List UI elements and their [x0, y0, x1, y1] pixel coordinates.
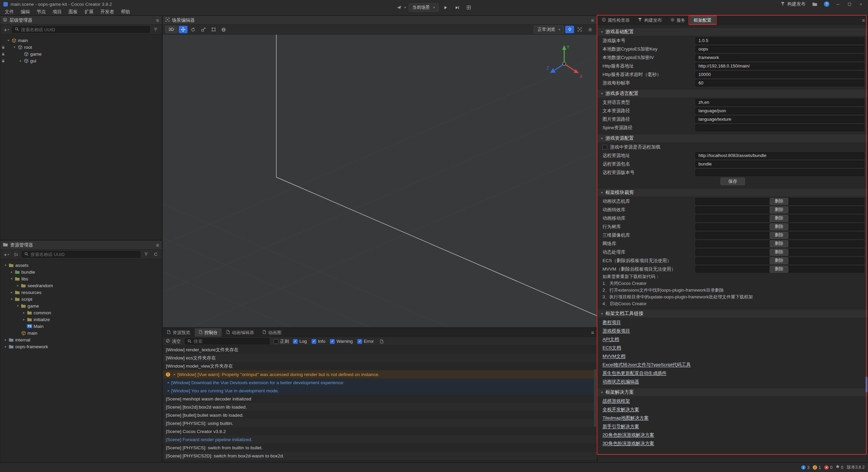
- doc-link[interactable]: 战棋游戏框架: [603, 398, 630, 404]
- log-row[interactable]: [Scene] [PHYSICS2D]: switch from box2d-w…: [163, 452, 597, 460]
- doc-link[interactable]: 3D角色扮演游戏解决方案: [603, 440, 654, 447]
- checkbox[interactable]: ✓: [312, 339, 316, 344]
- expand-arrow[interactable]: ▸: [21, 318, 26, 321]
- tree-row[interactable]: ▸resources: [0, 289, 162, 296]
- menu-item[interactable]: 节点: [33, 9, 49, 15]
- tree-row[interactable]: ▸common: [0, 309, 162, 316]
- expand-arrow[interactable]: ▸: [3, 338, 8, 341]
- log-row[interactable]: [Scene] [PHYSICS]: switch from builtin t…: [163, 444, 597, 452]
- filter-icon[interactable]: [142, 251, 150, 258]
- log-count-badge[interactable]: i 3: [801, 465, 809, 470]
- inspector-scrollbar[interactable]: [866, 377, 867, 392]
- build-publish-button[interactable]: 构建发布: [781, 1, 806, 7]
- mode-3d-toggle[interactable]: 3D: [165, 26, 177, 33]
- add-node-button[interactable]: +▾: [3, 26, 10, 33]
- filter-info[interactable]: ✓Info: [312, 339, 326, 344]
- checkbox[interactable]: ✓: [357, 339, 362, 344]
- log-row[interactable]: [Scene] Cocos Creator v3.8.2: [163, 427, 597, 435]
- view-mode-select[interactable]: 正常浏览 ▾: [534, 25, 564, 34]
- menu-item[interactable]: 开发者: [97, 9, 118, 15]
- property-input[interactable]: zh,en: [695, 99, 864, 106]
- doc-link[interactable]: 游戏模板项目: [603, 328, 630, 334]
- search-box[interactable]: [12, 26, 150, 33]
- log-row[interactable]: [Scene] [PHYSICS]: using builtin.: [163, 419, 597, 427]
- section-header[interactable]: ▾框架模块裁剪: [598, 188, 868, 197]
- log-row[interactable]: [Scene] Forward render pipeline initiali…: [163, 435, 597, 444]
- log-row[interactable]: [Scene] [bullet]:bullet wasm lib loaded.: [163, 411, 597, 419]
- delete-button[interactable]: 删除: [770, 266, 788, 273]
- tree-row[interactable]: ▸initialize: [0, 316, 162, 323]
- panel-menu-icon[interactable]: ≡: [591, 330, 594, 335]
- property-input[interactable]: http://192.168.0.150/main/: [695, 63, 864, 70]
- menu-item[interactable]: 扩展: [81, 9, 97, 15]
- log-row[interactable]: ▸[Window] Download the Vue Devtools exte…: [163, 378, 597, 387]
- rect-tool-button[interactable]: [209, 26, 218, 33]
- panel-menu-icon[interactable]: ≡: [156, 242, 159, 248]
- doc-link[interactable]: Tiledmap地图解决方案: [603, 415, 649, 421]
- expand-arrow[interactable]: ▸: [3, 345, 8, 348]
- layout-grid-icon[interactable]: [465, 3, 473, 12]
- inspector-tab[interactable]: 服务: [666, 16, 690, 24]
- lighting-toggle[interactable]: [565, 26, 574, 33]
- tree-row[interactable]: ▾root: [0, 44, 162, 51]
- save-button[interactable]: 保存: [721, 178, 745, 185]
- rotate-tool-button[interactable]: [189, 26, 198, 33]
- checkbox[interactable]: [603, 145, 607, 150]
- scene-viewport[interactable]: Y X Z: [163, 35, 597, 327]
- search-input[interactable]: [31, 252, 138, 257]
- frame-view-icon[interactable]: [575, 26, 584, 33]
- inspector-tab[interactable]: 框架配置: [690, 16, 716, 24]
- filter-error[interactable]: ✓Error: [357, 339, 374, 344]
- export-log-icon[interactable]: [378, 338, 385, 345]
- expand-arrow[interactable]: ▾: [9, 297, 14, 301]
- add-asset-button[interactable]: +▾: [3, 251, 10, 258]
- filter-log[interactable]: ✓Log: [293, 339, 307, 344]
- section-header[interactable]: ▾游戏基础配置: [598, 27, 868, 36]
- scale-tool-button[interactable]: [199, 26, 208, 33]
- axis-gizmo[interactable]: Y X Z: [544, 43, 585, 83]
- console-search-input[interactable]: [194, 339, 267, 344]
- property-input[interactable]: bundle: [695, 161, 864, 168]
- tree-row[interactable]: ▸bundle: [0, 269, 162, 275]
- section-header[interactable]: ▾框架文档工具链接: [598, 309, 868, 318]
- tree-row[interactable]: ▸gui: [0, 57, 162, 64]
- tree-row[interactable]: TSMain: [0, 323, 162, 330]
- warning-count-badge[interactable]: ! 1: [813, 465, 821, 470]
- delete-button[interactable]: 删除: [770, 215, 788, 222]
- delete-button[interactable]: 删除: [770, 232, 788, 239]
- chevron-down-icon[interactable]: ▾: [404, 6, 406, 9]
- doc-link[interactable]: 教程项目: [603, 319, 621, 326]
- expand-arrow[interactable]: ▸: [21, 311, 26, 314]
- checkbox[interactable]: ✓: [293, 339, 298, 344]
- expand-arrow[interactable]: ▸: [172, 373, 177, 376]
- delete-button[interactable]: 删除: [770, 198, 788, 205]
- menu-item[interactable]: 文件: [1, 9, 17, 15]
- log-row[interactable]: !▸[Window] [Vue warn]: Property "onInput…: [163, 370, 597, 378]
- refresh-icon[interactable]: [152, 251, 159, 258]
- console-tab[interactable]: 动画图: [258, 328, 286, 337]
- delete-button[interactable]: 删除: [770, 206, 788, 213]
- doc-link[interactable]: Excel格式转Json文件与TypeScript代码工具: [603, 362, 691, 368]
- search-input[interactable]: [21, 27, 147, 32]
- preview-platform-icon[interactable]: [395, 3, 403, 12]
- tree-row[interactable]: ▾libs: [0, 275, 162, 282]
- regex-checkbox[interactable]: [274, 339, 278, 344]
- delete-button[interactable]: 删除: [770, 257, 788, 264]
- property-input[interactable]: oops: [695, 46, 864, 53]
- tree-row[interactable]: ▸oops-framework: [0, 343, 162, 350]
- play-button[interactable]: [441, 3, 450, 12]
- expand-arrow[interactable]: ▸: [15, 284, 20, 287]
- section-header[interactable]: ▾框架解决方案: [598, 388, 868, 397]
- inspector-tab[interactable]: 属性检查器: [598, 16, 634, 24]
- project-folder-icon[interactable]: [811, 1, 818, 7]
- log-row[interactable]: ▸[Window] You are running Vue in develop…: [163, 387, 597, 395]
- inspector-tab[interactable]: 构建发布: [634, 16, 666, 24]
- filter-warning[interactable]: ✓Warning: [330, 339, 353, 344]
- delete-button[interactable]: 删除: [770, 240, 788, 247]
- expand-arrow[interactable]: ▸: [166, 381, 171, 384]
- console-scrollbar[interactable]: [594, 369, 596, 427]
- tree-row[interactable]: game: [0, 51, 162, 57]
- doc-link[interactable]: 2D角色扮演游戏解决方案: [603, 432, 654, 438]
- search-box[interactable]: [22, 251, 140, 258]
- filter-icon[interactable]: [152, 26, 159, 33]
